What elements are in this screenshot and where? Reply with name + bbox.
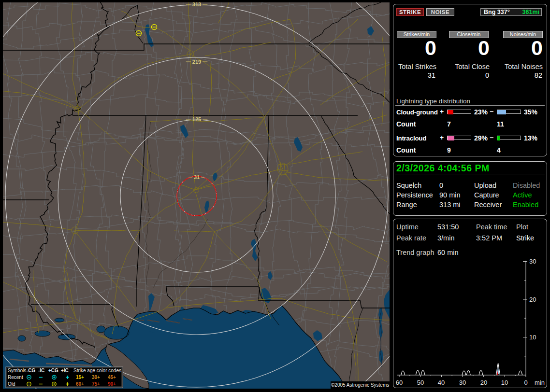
svg-text:30: 30	[459, 379, 466, 386]
svg-text:90+: 90+	[108, 381, 116, 387]
svg-text:-CG: -CG	[27, 368, 36, 373]
svg-text:Symbols: Symbols	[8, 368, 26, 373]
svg-text:Recent: Recent	[8, 375, 23, 380]
svg-text:60+: 60+	[76, 381, 84, 387]
svg-text:50: 50	[417, 379, 424, 386]
svg-text:+CG: +CG	[48, 368, 58, 373]
svg-text:20: 20	[529, 296, 536, 303]
svg-text:+IC: +IC	[61, 368, 69, 373]
svg-text:Old: Old	[8, 381, 15, 387]
svg-text:125: 125	[192, 116, 201, 122]
svg-text:45+: 45+	[108, 375, 116, 380]
svg-text:-IC: -IC	[38, 368, 44, 373]
svg-text:0: 0	[524, 379, 527, 386]
svg-text:min: min	[535, 379, 545, 386]
svg-text:20: 20	[480, 379, 487, 386]
svg-text:30+: 30+	[92, 375, 100, 380]
svg-text:313: 313	[192, 2, 201, 7]
svg-text:31: 31	[194, 174, 200, 180]
svg-text:10: 10	[501, 379, 508, 386]
svg-text:60: 60	[396, 379, 403, 386]
svg-text:75+: 75+	[92, 381, 100, 387]
svg-text:©2005 Astrogenic Systems: ©2005 Astrogenic Systems	[331, 382, 389, 388]
svg-text:219: 219	[192, 59, 201, 65]
svg-text:15+: 15+	[76, 375, 84, 380]
svg-text:40: 40	[438, 379, 445, 386]
svg-text:Strike age color codes: Strike age color codes	[73, 368, 121, 373]
svg-text:10: 10	[529, 334, 536, 341]
svg-text:30: 30	[529, 258, 536, 265]
